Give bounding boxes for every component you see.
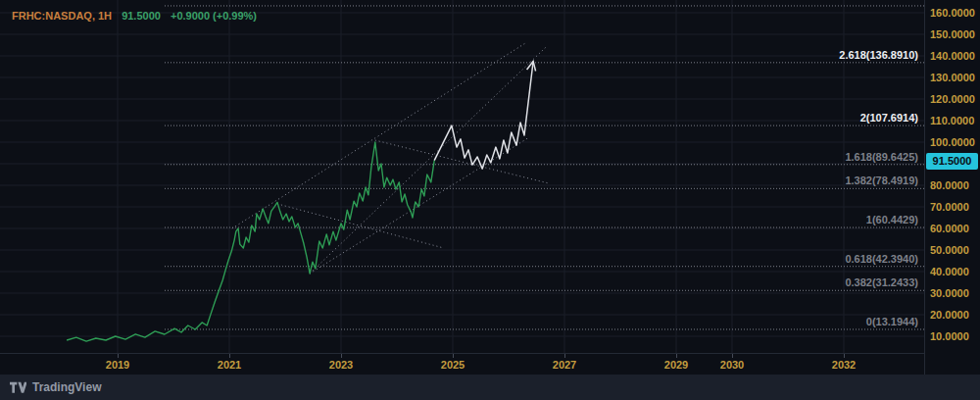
symbol-legend[interactable]: FRHC:NASDAQ, 1H 91.5000 +0.9000 (+0.99%) bbox=[12, 10, 257, 22]
chart-pane[interactable]: FRHC:NASDAQ, 1H 91.5000 +0.9000 (+0.99%)… bbox=[0, 0, 924, 353]
time-axis-tick bbox=[732, 354, 733, 358]
fib-level-label: 1.382(78.4919) bbox=[845, 175, 918, 186]
price-axis[interactable]: 160.0000150.0000140.0000130.0000120.0000… bbox=[924, 0, 980, 375]
price-history-line bbox=[67, 142, 434, 341]
time-axis-label: 2027 bbox=[553, 359, 576, 371]
time-axis-tick bbox=[341, 354, 342, 358]
fib-level-label: 0(13.1944) bbox=[866, 316, 918, 327]
time-axis-tick bbox=[564, 354, 565, 358]
price-axis-label: 120.0000 bbox=[930, 93, 975, 105]
price-axis-label: 80.0000 bbox=[930, 179, 969, 191]
time-axis-label: 2023 bbox=[329, 359, 353, 371]
time-axis[interactable]: 20192021202320252027202920302032 bbox=[0, 353, 924, 375]
price-axis-label: 50.0000 bbox=[930, 244, 969, 256]
price-axis-label: 60.0000 bbox=[930, 223, 969, 234]
tradingview-logo-icon bbox=[10, 381, 26, 394]
time-axis-label: 2025 bbox=[441, 359, 465, 371]
time-axis-label: 2019 bbox=[106, 359, 129, 371]
symbol-name[interactable]: FRHC:NASDAQ, 1H bbox=[12, 10, 112, 22]
fib-level-label: 1(60.4429) bbox=[866, 214, 918, 225]
price-axis-label: 130.0000 bbox=[930, 72, 975, 83]
price-axis-label: 150.0000 bbox=[930, 28, 975, 40]
projection-arrowhead-icon bbox=[527, 62, 536, 72]
current-price-tag: 91.5000 bbox=[926, 153, 978, 170]
tradingview-logo-text: TradingView bbox=[32, 380, 101, 394]
fib-level-label: 2(107.6914) bbox=[860, 112, 918, 124]
price-axis-label: 110.0000 bbox=[930, 115, 974, 126]
time-axis-tick bbox=[676, 354, 677, 358]
price-axis-label: 40.0000 bbox=[930, 266, 969, 277]
time-axis-label: 2029 bbox=[664, 359, 688, 371]
last-price: 91.5000 bbox=[122, 10, 161, 22]
tradingview-logo[interactable]: TradingView bbox=[10, 380, 101, 394]
time-axis-tick bbox=[844, 354, 845, 358]
fib-level-label: 0.382(31.2433) bbox=[845, 276, 918, 288]
price-change: +0.9000 (+0.99%) bbox=[171, 10, 257, 22]
price-axis-label: 70.0000 bbox=[930, 201, 969, 213]
price-axis-label: 160.0000 bbox=[930, 7, 975, 19]
bottom-toolbar: TradingView bbox=[0, 375, 980, 400]
time-axis-tick bbox=[229, 354, 230, 358]
trendline-steep-support bbox=[310, 47, 546, 274]
tradingview-chart-window: FRHC:NASDAQ, 1H 91.5000 +0.9000 (+0.99%)… bbox=[0, 0, 980, 400]
trendline-downtrend-2021 bbox=[277, 204, 444, 248]
trendline-channel-upper bbox=[232, 43, 525, 228]
price-chart-canvas[interactable] bbox=[0, 0, 924, 353]
price-axis-label: 30.0000 bbox=[930, 287, 969, 299]
price-axis-label: 10.0000 bbox=[930, 330, 969, 342]
price-axis-label: 100.0000 bbox=[930, 136, 975, 148]
fib-level-label: 1.618(89.6425) bbox=[845, 151, 918, 163]
time-axis-label: 2021 bbox=[218, 359, 241, 371]
fib-level-label: 0.618(42.3940) bbox=[845, 253, 918, 265]
fib-level-label: 2.618(136.8910) bbox=[839, 49, 918, 61]
price-axis-label: 140.0000 bbox=[930, 50, 975, 62]
time-axis-label: 2032 bbox=[832, 359, 856, 371]
price-axis-label: 20.0000 bbox=[930, 309, 969, 321]
time-axis-tick bbox=[118, 354, 119, 358]
time-axis-label: 2030 bbox=[720, 359, 744, 371]
time-axis-tick bbox=[453, 354, 454, 358]
